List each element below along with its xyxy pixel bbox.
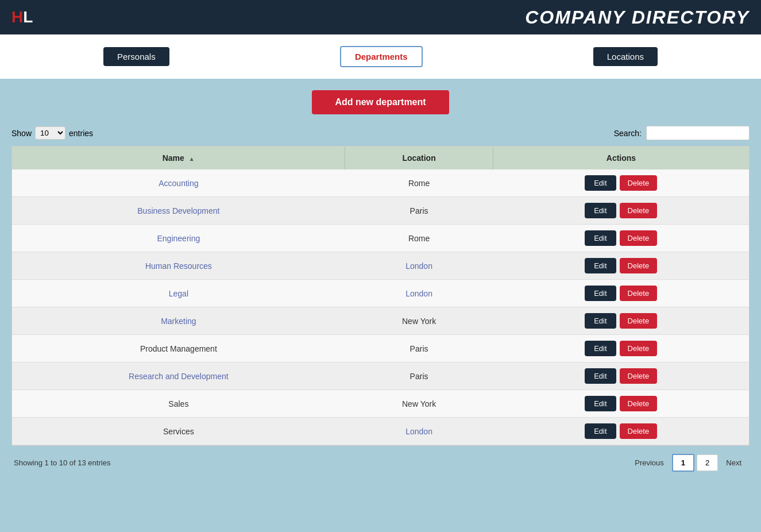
- dept-name-cell: Product Management: [12, 335, 345, 363]
- table-row: SalesNew YorkEditDelete: [12, 390, 749, 418]
- dept-name-cell: Accounting: [12, 169, 345, 197]
- edit-button[interactable]: Edit: [585, 258, 616, 273]
- delete-button[interactable]: Delete: [620, 203, 658, 218]
- previous-button[interactable]: Previous: [629, 455, 670, 471]
- personals-nav-button[interactable]: Personals: [103, 47, 169, 66]
- actions-container: EditDelete: [502, 258, 740, 273]
- dept-name-cell: Legal: [12, 280, 345, 307]
- dept-location-cell: Paris: [345, 335, 493, 363]
- table-row: Business DevelopmentParisEditDelete: [12, 197, 749, 225]
- table-row: Human ResourcesLondonEditDelete: [12, 252, 749, 280]
- nav: Personals Departments Locations: [0, 34, 761, 79]
- dept-actions-cell: EditDelete: [493, 363, 749, 390]
- search-box: Search:: [614, 126, 750, 140]
- edit-button[interactable]: Edit: [585, 286, 616, 301]
- page-2-button[interactable]: 2: [697, 454, 718, 471]
- delete-button[interactable]: Delete: [620, 175, 658, 191]
- actions-container: EditDelete: [502, 203, 740, 218]
- dept-location-cell: London: [345, 418, 493, 445]
- edit-button[interactable]: Edit: [585, 175, 616, 191]
- actions-container: EditDelete: [502, 368, 740, 384]
- pagination: Previous 1 2 Next: [629, 454, 747, 472]
- page-1-button[interactable]: 1: [672, 454, 694, 472]
- edit-button[interactable]: Edit: [585, 203, 616, 218]
- table-row: Product ManagementParisEditDelete: [12, 335, 749, 363]
- add-department-container: Add new department: [11, 90, 750, 114]
- table-row: EngineeringRomeEditDelete: [12, 225, 749, 252]
- dept-actions-cell: EditDelete: [493, 280, 749, 307]
- col-name[interactable]: Name ▲: [12, 147, 345, 169]
- app-title: COMPANY DIRECTORY: [525, 7, 750, 28]
- main-content: Add new department Show 10 25 50 100 ent…: [0, 79, 761, 532]
- departments-table-wrapper: Name ▲ Location Actions AccountingRomeEd…: [11, 146, 750, 446]
- logo-h: H: [11, 8, 23, 26]
- departments-table: Name ▲ Location Actions AccountingRomeEd…: [12, 147, 749, 445]
- table-header-row: Name ▲ Location Actions: [12, 147, 749, 169]
- sort-arrow-icon: ▲: [189, 156, 195, 162]
- dept-location-cell: New York: [345, 307, 493, 335]
- dept-location-cell: London: [345, 252, 493, 280]
- dept-name-cell: Human Resources: [12, 252, 345, 280]
- logo-l: L: [23, 8, 33, 26]
- locations-nav-button[interactable]: Locations: [593, 47, 658, 66]
- delete-button[interactable]: Delete: [620, 396, 658, 411]
- dept-actions-cell: EditDelete: [493, 197, 749, 225]
- show-entries: Show 10 25 50 100 entries: [11, 126, 93, 140]
- edit-button[interactable]: Edit: [585, 341, 616, 356]
- delete-button[interactable]: Delete: [620, 423, 658, 439]
- delete-button[interactable]: Delete: [620, 313, 658, 329]
- actions-container: EditDelete: [502, 313, 740, 329]
- dept-location-cell: Rome: [345, 225, 493, 252]
- actions-container: EditDelete: [502, 341, 740, 356]
- delete-button[interactable]: Delete: [620, 258, 658, 273]
- dept-name-cell: Engineering: [12, 225, 345, 252]
- table-row: LegalLondonEditDelete: [12, 280, 749, 307]
- delete-button[interactable]: Delete: [620, 341, 658, 356]
- delete-button[interactable]: Delete: [620, 368, 658, 384]
- dept-name-cell: Research and Development: [12, 363, 345, 390]
- actions-container: EditDelete: [502, 423, 740, 439]
- delete-button[interactable]: Delete: [620, 286, 658, 301]
- table-footer: Showing 1 to 10 of 13 entries Previous 1…: [11, 446, 750, 474]
- logo: HL: [11, 8, 33, 26]
- actions-container: EditDelete: [502, 230, 740, 246]
- table-row: ServicesLondonEditDelete: [12, 418, 749, 445]
- dept-location-cell: Paris: [345, 197, 493, 225]
- departments-nav-button[interactable]: Departments: [340, 46, 423, 67]
- actions-container: EditDelete: [502, 396, 740, 411]
- dept-location-cell: London: [345, 280, 493, 307]
- search-label: Search:: [614, 129, 642, 138]
- dept-location-cell: Paris: [345, 363, 493, 390]
- header: HL COMPANY DIRECTORY: [0, 0, 761, 34]
- delete-button[interactable]: Delete: [620, 230, 658, 246]
- dept-actions-cell: EditDelete: [493, 252, 749, 280]
- actions-container: EditDelete: [502, 175, 740, 191]
- edit-button[interactable]: Edit: [585, 230, 616, 246]
- table-controls: Show 10 25 50 100 entries Search:: [11, 126, 750, 140]
- show-label: Show: [11, 129, 32, 138]
- col-actions: Actions: [493, 147, 749, 169]
- next-button[interactable]: Next: [720, 455, 747, 471]
- dept-name-cell: Services: [12, 418, 345, 445]
- col-location[interactable]: Location: [345, 147, 493, 169]
- edit-button[interactable]: Edit: [585, 396, 616, 411]
- dept-actions-cell: EditDelete: [493, 335, 749, 363]
- edit-button[interactable]: Edit: [585, 423, 616, 439]
- actions-container: EditDelete: [502, 286, 740, 301]
- dept-location-cell: New York: [345, 390, 493, 418]
- edit-button[interactable]: Edit: [585, 368, 616, 384]
- table-row: MarketingNew YorkEditDelete: [12, 307, 749, 335]
- table-row: AccountingRomeEditDelete: [12, 169, 749, 197]
- add-department-button[interactable]: Add new department: [312, 90, 449, 114]
- dept-actions-cell: EditDelete: [493, 307, 749, 335]
- edit-button[interactable]: Edit: [585, 313, 616, 329]
- dept-location-cell: Rome: [345, 169, 493, 197]
- dept-actions-cell: EditDelete: [493, 225, 749, 252]
- dept-name-cell: Sales: [12, 390, 345, 418]
- showing-text: Showing 1 to 10 of 13 entries: [14, 458, 110, 467]
- entries-label: entries: [69, 129, 93, 138]
- search-input[interactable]: [646, 126, 750, 140]
- dept-name-cell: Business Development: [12, 197, 345, 225]
- entries-select[interactable]: 10 25 50 100: [35, 126, 65, 140]
- dept-actions-cell: EditDelete: [493, 418, 749, 445]
